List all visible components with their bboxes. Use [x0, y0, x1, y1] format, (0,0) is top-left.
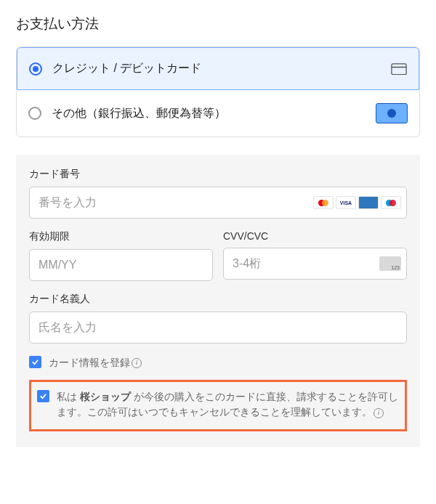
payment-method-label: クレジット / デビットカード — [52, 61, 391, 76]
card-brand-icons: VISA — [313, 196, 401, 209]
cardholder-input[interactable] — [29, 312, 407, 344]
payment-method-list: クレジット / デビットカード その他（銀行振込、郵便為替等） — [16, 46, 420, 137]
expiry-input[interactable] — [29, 249, 213, 281]
mastercard-icon — [313, 196, 334, 209]
cvv-hint-icon: 123 — [379, 256, 401, 271]
checkbox-icon — [29, 356, 41, 368]
expiry-label: 有効期限 — [29, 230, 213, 243]
authorization-highlight: 私は 桜ショップ が今後の購入をこのカードに直接、請求することを許可します。この… — [29, 380, 407, 431]
cash-icon — [376, 103, 408, 123]
radio-icon — [28, 107, 41, 120]
radio-icon — [29, 62, 42, 76]
payment-method-label: その他（銀行振込、郵便為替等） — [52, 106, 376, 121]
authorize-option[interactable]: 私は 桜ショップ が今後の購入をこのカードに直接、請求することを許可します。この… — [37, 389, 399, 420]
payment-method-card[interactable]: クレジット / デビットカード — [17, 47, 419, 90]
visa-icon: VISA — [336, 196, 356, 209]
info-icon[interactable]: i — [132, 358, 142, 368]
payment-method-other[interactable]: その他（銀行振込、郵便為替等） — [17, 90, 419, 137]
svg-rect-0 — [392, 63, 406, 74]
save-card-label: カード情報を登録i — [49, 355, 407, 371]
amex-icon — [358, 196, 379, 209]
card-form-panel: カード番号 VISA 有効期限 CVV/CVC 123 — [16, 155, 420, 447]
card-number-label: カード番号 — [29, 168, 407, 181]
authorize-label: 私は 桜ショップ が今後の購入をこのカードに直接、請求することを許可します。この… — [57, 389, 399, 420]
card-icon — [391, 63, 407, 75]
info-icon[interactable]: i — [374, 408, 384, 418]
cardholder-label: カード名義人 — [29, 293, 407, 306]
cvv-label: CVV/CVC — [223, 230, 407, 242]
save-card-option[interactable]: カード情報を登録i — [29, 355, 407, 371]
checkbox-icon — [37, 390, 49, 402]
maestro-icon — [381, 196, 401, 209]
section-title: お支払い方法 — [16, 15, 420, 33]
